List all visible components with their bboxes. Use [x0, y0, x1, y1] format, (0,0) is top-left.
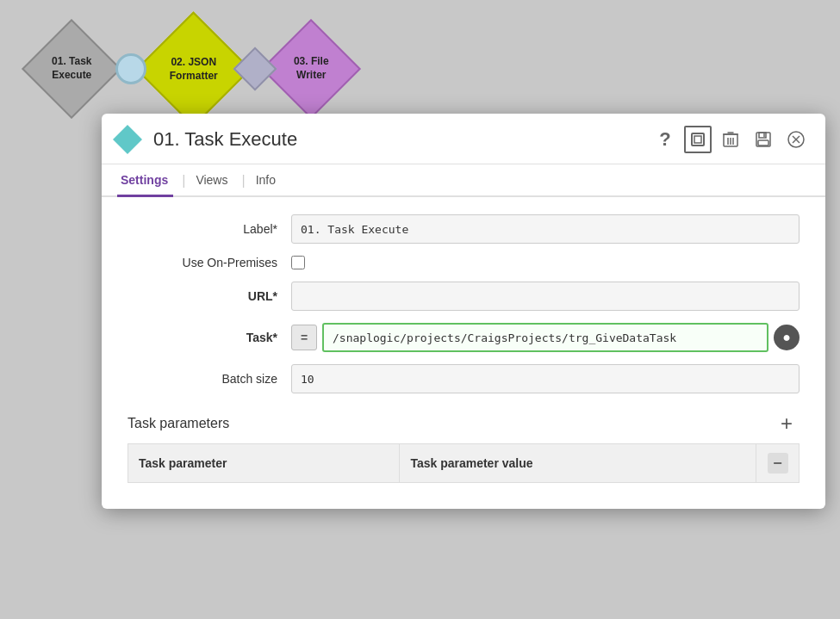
header-icons: ? [651, 126, 810, 153]
task-parameters-title: Task parameters [128, 416, 229, 431]
task-parameters-section: Task parameters + Task parameter Task pa… [128, 411, 800, 483]
svg-rect-0 [692, 133, 704, 145]
batch-size-row: Batch size [128, 364, 800, 393]
task-field-input[interactable] [322, 323, 768, 352]
form-body: Label* Use On-Premises URL* Task* = ● Ba… [102, 197, 825, 509]
tab-settings[interactable]: Settings [117, 164, 173, 197]
tab-separator-1: | [177, 164, 190, 195]
close-icon[interactable] [782, 126, 810, 153]
col-param-value: Task parameter value [400, 444, 756, 483]
node-2-label: 02. JSON Formatter [154, 55, 232, 82]
use-on-premises-label: Use On-Premises [128, 256, 291, 269]
label-input[interactable] [291, 214, 800, 244]
pipeline-node-1[interactable]: 01. Task Execute [22, 20, 121, 119]
task-row: Task* = ● [128, 323, 800, 352]
delete-icon[interactable] [717, 126, 744, 153]
label-field-label: Label* [128, 222, 291, 236]
tab-views[interactable]: Views [190, 164, 233, 195]
svg-rect-10 [758, 140, 768, 145]
task-parameters-header: Task parameters + [128, 411, 800, 436]
dialog-tabs: Settings | Views | Info [102, 164, 825, 197]
use-on-premises-checkbox[interactable] [291, 256, 305, 269]
label-row: Label* [128, 214, 800, 244]
task-bubble-button[interactable]: ● [774, 325, 800, 350]
task-parameters-table: Task parameter Task parameter value − [128, 443, 800, 483]
add-row-button[interactable]: + [774, 411, 800, 436]
dialog-title: 01. Task Execute [153, 128, 297, 151]
url-label: URL* [128, 289, 291, 303]
help-icon[interactable]: ? [651, 126, 679, 153]
node-1-label: 01. Task Execute [38, 55, 105, 82]
url-row: URL* [128, 282, 800, 311]
remove-row-button[interactable]: − [768, 453, 788, 474]
task-field-label: Task* [128, 331, 291, 344]
col-action: − [756, 444, 800, 483]
col-param-name: Task parameter [128, 444, 400, 483]
pipeline-node-2[interactable]: 02. JSON Formatter [137, 13, 249, 125]
batch-size-label: Batch size [128, 372, 291, 386]
task-eq-button[interactable]: = [291, 325, 317, 350]
tab-separator-2: | [236, 164, 250, 195]
header-diamond-icon [113, 125, 142, 154]
maximize-icon[interactable] [684, 126, 712, 153]
connector-circle-1 [115, 53, 146, 84]
dialog-header: 01. Task Execute ? [102, 114, 825, 164]
dialog-panel: 01. Task Execute ? [102, 114, 825, 509]
use-on-premises-row: Use On-Premises [128, 256, 800, 269]
save-icon[interactable] [750, 126, 777, 153]
svg-rect-9 [759, 133, 766, 138]
svg-rect-1 [694, 136, 701, 143]
tab-info[interactable]: Info [251, 164, 281, 195]
node-3-label: 03. File Writer [277, 55, 345, 82]
batch-size-input[interactable] [291, 364, 800, 393]
